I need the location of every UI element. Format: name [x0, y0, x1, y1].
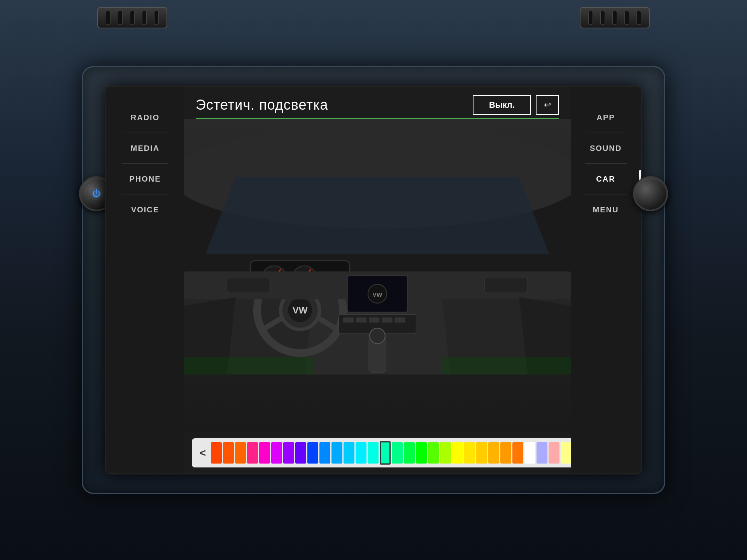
status-badge: Выкл. [473, 95, 531, 115]
screen: RADIO MEDIA PHONE VOICE Эстетич. подсвет… [105, 86, 642, 474]
color-swatch[interactable] [235, 442, 246, 464]
color-swatch[interactable] [452, 442, 463, 464]
svg-point-28 [370, 328, 385, 344]
color-swatch[interactable] [380, 441, 391, 465]
vent-slot [154, 11, 159, 24]
left-sidebar: RADIO MEDIA PHONE VOICE [106, 87, 184, 473]
vent-slot [612, 11, 617, 24]
vent-slot [624, 11, 629, 24]
sidebar-item-radio[interactable]: RADIO [106, 102, 184, 133]
header-controls: Выкл. ↩ [473, 95, 559, 115]
car-interior-svg: VW [184, 119, 571, 432]
color-swatch[interactable] [561, 442, 571, 464]
vent-slot [142, 11, 147, 24]
color-swatch[interactable] [549, 442, 559, 464]
vent-slot [637, 11, 641, 24]
main-content: Эстетич. подсветка Выкл. ↩ [184, 87, 571, 473]
car-interior-image: VW [184, 119, 571, 432]
page-title: Эстетич. подсветка [196, 97, 328, 113]
sidebar-item-app[interactable]: APP [571, 102, 641, 133]
color-swatch[interactable] [307, 442, 318, 464]
color-swatch[interactable] [488, 442, 499, 464]
color-swatch[interactable] [271, 442, 282, 464]
color-swatch[interactable] [259, 442, 270, 464]
color-swatch[interactable] [211, 442, 222, 464]
color-swatch[interactable] [344, 442, 354, 464]
color-swatch[interactable] [440, 442, 451, 464]
svg-rect-24 [369, 317, 380, 322]
vent-slot [588, 11, 593, 24]
right-sidebar: APP SOUND CAR MENU [571, 87, 641, 473]
infotainment-unit: RADIO MEDIA PHONE VOICE Эстетич. подсвет… [82, 66, 665, 494]
color-swatch[interactable] [319, 442, 330, 464]
right-knob-area [633, 176, 668, 211]
color-swatch[interactable] [512, 442, 523, 464]
color-swatch[interactable] [500, 442, 511, 464]
svg-rect-29 [184, 357, 313, 374]
color-swatch[interactable] [428, 442, 439, 464]
color-swatch[interactable] [356, 442, 366, 464]
vent-slot [106, 11, 110, 24]
color-swatch[interactable] [368, 442, 379, 464]
color-picker-wrapper: < > [192, 438, 571, 467]
sidebar-item-phone[interactable]: PHONE [106, 164, 184, 194]
svg-rect-22 [343, 317, 354, 322]
svg-rect-25 [382, 317, 393, 322]
sidebar-item-menu[interactable]: MENU [571, 194, 641, 225]
color-picker-container: < > ☀ [184, 432, 571, 473]
vent-slot [600, 11, 605, 24]
color-swatch[interactable] [476, 442, 487, 464]
color-prev-button[interactable]: < [198, 447, 208, 459]
color-strip [211, 442, 571, 464]
color-swatch[interactable] [247, 442, 258, 464]
volume-knob[interactable] [633, 176, 668, 211]
color-swatch[interactable] [392, 442, 403, 464]
right-vent [580, 7, 650, 28]
color-swatch[interactable] [283, 442, 294, 464]
color-swatch[interactable] [223, 442, 234, 464]
sidebar-item-car[interactable]: CAR [571, 164, 641, 194]
svg-rect-17 [485, 278, 528, 293]
sidebar-item-voice[interactable]: VOICE [106, 194, 184, 225]
car-body: RADIO MEDIA PHONE VOICE Эстетич. подсвет… [0, 0, 747, 560]
color-swatch[interactable] [464, 442, 475, 464]
svg-rect-26 [395, 317, 405, 322]
sidebar-item-sound[interactable]: SOUND [571, 133, 641, 164]
color-swatch[interactable] [331, 442, 342, 464]
svg-rect-23 [356, 317, 367, 322]
color-swatch[interactable] [416, 442, 427, 464]
color-swatch[interactable] [537, 442, 547, 464]
page-header: Эстетич. подсветка Выкл. ↩ [184, 87, 571, 115]
back-button[interactable]: ↩ [536, 95, 559, 115]
svg-rect-30 [442, 357, 571, 374]
svg-rect-16 [227, 278, 270, 293]
color-swatch[interactable] [295, 442, 306, 464]
left-vent [97, 7, 167, 28]
vent-slot [130, 11, 135, 24]
svg-text:VW: VW [373, 291, 382, 298]
svg-text:VW: VW [293, 305, 308, 315]
vent-slot [118, 11, 123, 24]
sidebar-item-media[interactable]: MEDIA [106, 133, 184, 164]
color-swatch[interactable] [404, 442, 415, 464]
color-swatch[interactable] [524, 442, 535, 464]
